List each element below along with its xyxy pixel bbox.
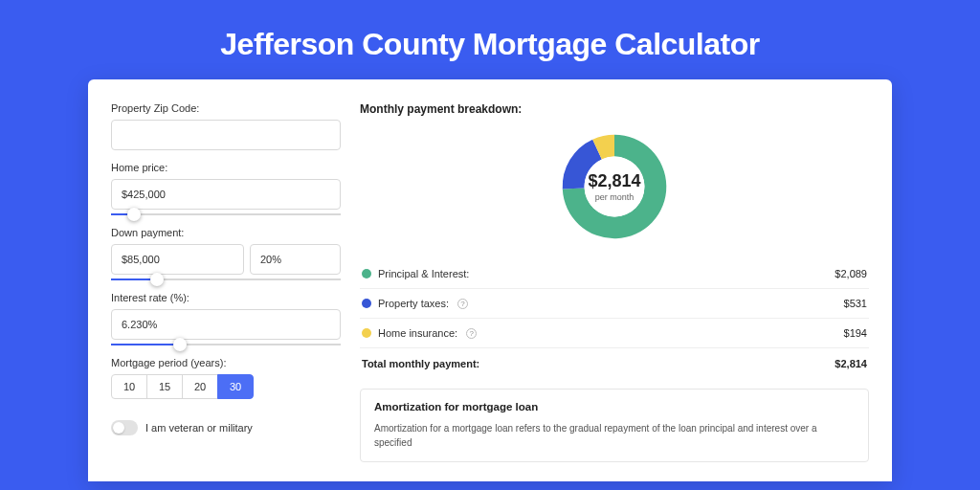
donut-sub: per month — [595, 192, 635, 202]
zip-label: Property Zip Code: — [111, 102, 341, 114]
down-payment-slider[interactable] — [111, 278, 341, 280]
veteran-toggle[interactable] — [111, 420, 138, 435]
amortization-title: Amortization for mortgage loan — [374, 401, 855, 412]
legend-dot — [362, 269, 371, 278]
help-icon[interactable]: ? — [466, 328, 477, 339]
total-value: $2,814 — [835, 358, 867, 369]
calculator-card: Property Zip Code: Home price: Down paym… — [88, 79, 892, 481]
amortization-text: Amortization for a mortgage loan refers … — [374, 422, 855, 450]
legend-label: Principal & Interest: — [378, 268, 469, 279]
period-button-20[interactable]: 20 — [182, 374, 218, 399]
period-selector: 10152030 — [111, 374, 341, 399]
slider-thumb[interactable] — [127, 208, 141, 221]
zip-input[interactable] — [111, 120, 341, 150]
amortization-card: Amortization for mortgage loan Amortizat… — [360, 389, 869, 462]
interest-rate-slider[interactable] — [111, 344, 341, 345]
legend-value: $194 — [844, 327, 867, 339]
legend-dot — [362, 328, 371, 338]
legend-dot — [362, 299, 371, 308]
payment-donut-chart: $2,814 per month — [557, 129, 672, 244]
period-button-10[interactable]: 10 — [111, 374, 147, 399]
period-button-15[interactable]: 15 — [146, 374, 183, 399]
legend-label: Home insurance: — [378, 327, 457, 339]
legend-row: Principal & Interest:$2,089 — [360, 259, 869, 289]
total-label: Total monthly payment: — [362, 358, 479, 369]
home-price-input[interactable] — [111, 179, 341, 210]
down-payment-input[interactable] — [111, 244, 244, 275]
slider-thumb[interactable] — [150, 273, 164, 286]
page-title: Jefferson County Mortgage Calculator — [0, 0, 980, 79]
slider-thumb[interactable] — [173, 338, 187, 351]
legend-value: $531 — [844, 298, 867, 309]
interest-rate-label: Interest rate (%): — [111, 292, 341, 303]
down-payment-label: Down payment: — [111, 227, 341, 238]
legend-row: Home insurance:?$194 — [360, 319, 869, 348]
home-price-label: Home price: — [111, 162, 341, 173]
breakdown-title: Monthly payment breakdown: — [360, 102, 869, 116]
legend-value: $2,089 — [835, 268, 867, 279]
interest-rate-input[interactable] — [111, 309, 341, 340]
legend-label: Property taxes: — [378, 298, 449, 309]
help-icon[interactable]: ? — [457, 299, 468, 309]
legend-row: Property taxes:?$531 — [360, 289, 869, 319]
breakdown-panel: Monthly payment breakdown: $2,814 per mo… — [360, 102, 869, 481]
donut-amount: $2,814 — [588, 171, 640, 191]
home-price-slider[interactable] — [111, 213, 341, 215]
period-button-30[interactable]: 30 — [217, 374, 254, 399]
period-label: Mortgage period (years): — [111, 357, 341, 368]
veteran-label: I am veteran or military — [145, 422, 253, 434]
form-panel: Property Zip Code: Home price: Down paym… — [111, 102, 341, 481]
down-payment-pct-input[interactable] — [250, 244, 341, 275]
